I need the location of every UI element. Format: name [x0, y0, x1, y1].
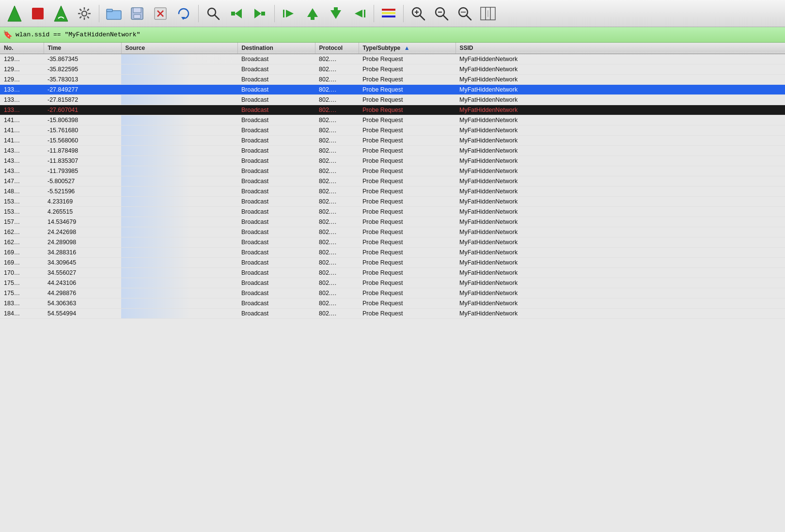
table-row[interactable]: 133…-27.849277Broadcast802.…Probe Reques…	[0, 85, 785, 95]
cell-destination: Broadcast	[237, 146, 315, 156]
prev-packet-button[interactable]	[302, 3, 323, 24]
cell-no: 175…	[0, 278, 44, 288]
zoom-out-button[interactable]	[431, 3, 452, 24]
cell-ssid: MyFatHiddenNetwork	[455, 258, 785, 268]
last-packet-button[interactable]	[348, 3, 370, 24]
save-file-button[interactable]	[126, 3, 148, 24]
cell-ssid: MyFatHiddenNetwork	[455, 187, 785, 197]
close-file-button[interactable]	[150, 3, 171, 24]
open-file-button[interactable]	[103, 3, 125, 24]
cell-protocol: 802.…	[315, 156, 359, 166]
cell-no: 129…	[0, 75, 44, 85]
col-header-source[interactable]: Source	[121, 43, 237, 54]
filter-bar: 🔖 wlan.ssid == "MyFatHiddenNetwork"	[0, 27, 785, 43]
table-row[interactable]: 143…-11.878498Broadcast802.…Probe Reques…	[0, 146, 785, 156]
cell-source	[121, 115, 237, 125]
cell-type-subtype: Probe Request	[359, 115, 455, 125]
table-row[interactable]: 143…-11.793985Broadcast802.…Probe Reques…	[0, 166, 785, 176]
cell-time: -11.878498	[44, 146, 121, 156]
svg-rect-31	[311, 17, 314, 20]
find-packet-button[interactable]	[203, 3, 224, 24]
col-header-time[interactable]: Time	[44, 43, 121, 54]
table-row[interactable]: 129…-35.822595Broadcast802.…Probe Reques…	[0, 64, 785, 75]
first-packet-button[interactable]	[279, 3, 300, 24]
table-row[interactable]: 157…14.534679Broadcast802.…Probe Request…	[0, 217, 785, 227]
zoom-in-button[interactable]	[408, 3, 429, 24]
capture-options-button[interactable]	[74, 3, 95, 24]
cell-ssid: MyFatHiddenNetwork	[455, 268, 785, 278]
col-header-no[interactable]: No.	[0, 43, 44, 54]
cell-source	[121, 227, 237, 237]
cell-no: 153…	[0, 197, 44, 207]
colorize-button[interactable]	[378, 3, 399, 24]
table-row[interactable]: 141…-15.806398Broadcast802.…Probe Reques…	[0, 115, 785, 125]
cell-source	[121, 207, 237, 217]
svg-line-12	[80, 16, 82, 18]
col-header-destination[interactable]: Destination	[237, 43, 315, 54]
cell-type-subtype: Probe Request	[359, 75, 455, 85]
go-back-button[interactable]	[226, 3, 247, 24]
start-capture-button[interactable]	[4, 3, 25, 24]
cell-no: 169…	[0, 248, 44, 258]
table-row[interactable]: 183…54.306363Broadcast802.…Probe Request…	[0, 298, 785, 309]
table-row[interactable]: 162…24.242698Broadcast802.…Probe Request…	[0, 227, 785, 237]
table-row[interactable]: 143…-11.835307Broadcast802.…Probe Reques…	[0, 156, 785, 166]
table-row[interactable]: 133…-27.815872Broadcast802.…Probe Reques…	[0, 95, 785, 105]
cell-destination: Broadcast	[237, 309, 315, 319]
cell-type-subtype: Probe Request	[359, 298, 455, 309]
svg-rect-38	[382, 16, 395, 17]
cell-ssid: MyFatHiddenNetwork	[455, 146, 785, 156]
filter-bookmark-icon: 🔖	[3, 30, 13, 39]
reload-file-button[interactable]	[173, 3, 194, 24]
cell-time: -15.761680	[44, 125, 121, 136]
table-row[interactable]: 133…-27.607041Broadcast802.…Probe Reques…	[0, 105, 785, 115]
table-row[interactable]: 147…-5.800527Broadcast802.…Probe Request…	[0, 176, 785, 187]
col-header-ssid[interactable]: SSID	[455, 43, 785, 54]
col-header-type-subtype[interactable]: Type/Subtype ▲	[359, 43, 455, 54]
cell-type-subtype: Probe Request	[359, 64, 455, 75]
zoom-reset-button[interactable]	[454, 3, 475, 24]
table-row[interactable]: 141…-15.761680Broadcast802.…Probe Reques…	[0, 125, 785, 136]
col-header-protocol[interactable]: Protocol	[315, 43, 359, 54]
cell-time: -35.783013	[44, 75, 121, 85]
table-row[interactable]: 153…4.265515Broadcast802.…Probe RequestM…	[0, 207, 785, 217]
cell-destination: Broadcast	[237, 166, 315, 176]
svg-line-44	[443, 16, 448, 20]
cell-type-subtype: Probe Request	[359, 237, 455, 248]
table-row[interactable]: 141…-15.568060Broadcast802.…Probe Reques…	[0, 136, 785, 146]
cell-protocol: 802.…	[315, 288, 359, 298]
table-row[interactable]: 153…4.233169Broadcast802.…Probe RequestM…	[0, 197, 785, 207]
cell-protocol: 802.…	[315, 54, 359, 64]
table-row[interactable]: 162…24.289098Broadcast802.…Probe Request…	[0, 237, 785, 248]
go-forward-button[interactable]	[249, 3, 270, 24]
table-row[interactable]: 169…34.309645Broadcast802.…Probe Request…	[0, 258, 785, 268]
table-row[interactable]: 129…-35.867345Broadcast802.…Probe Reques…	[0, 54, 785, 64]
next-packet-button[interactable]	[325, 3, 346, 24]
cell-no: 141…	[0, 136, 44, 146]
table-row[interactable]: 148…-5.521596Broadcast802.…Probe Request…	[0, 187, 785, 197]
cell-type-subtype: Probe Request	[359, 105, 455, 115]
table-row[interactable]: 175…44.243106Broadcast802.…Probe Request…	[0, 278, 785, 288]
cell-source	[121, 156, 237, 166]
cell-ssid: MyFatHiddenNetwork	[455, 125, 785, 136]
sort-arrow-icon: ▲	[404, 45, 410, 51]
cell-type-subtype: Probe Request	[359, 125, 455, 136]
table-header-row: No. Time Source Destination Protocol Typ…	[0, 43, 785, 54]
stop-capture-button[interactable]	[27, 3, 48, 24]
table-row[interactable]: 129…-35.783013Broadcast802.…Probe Reques…	[0, 75, 785, 85]
cell-ssid: MyFatHiddenNetwork	[455, 248, 785, 258]
table-row[interactable]: 175…44.298876Broadcast802.…Probe Request…	[0, 288, 785, 298]
restart-capture-button[interactable]	[50, 3, 72, 24]
resize-columns-button[interactable]	[477, 3, 499, 24]
cell-time: -27.815872	[44, 95, 121, 105]
cell-type-subtype: Probe Request	[359, 207, 455, 217]
svg-rect-27	[261, 12, 265, 16]
table-row[interactable]: 170…34.556027Broadcast802.…Probe Request…	[0, 268, 785, 278]
table-row[interactable]: 169…34.288316Broadcast802.…Probe Request…	[0, 248, 785, 258]
cell-source	[121, 197, 237, 207]
table-row[interactable]: 184…54.554994Broadcast802.…Probe Request…	[0, 309, 785, 319]
cell-type-subtype: Probe Request	[359, 166, 455, 176]
cell-protocol: 802.…	[315, 207, 359, 217]
svg-rect-28	[283, 10, 284, 17]
cell-ssid: MyFatHiddenNetwork	[455, 288, 785, 298]
